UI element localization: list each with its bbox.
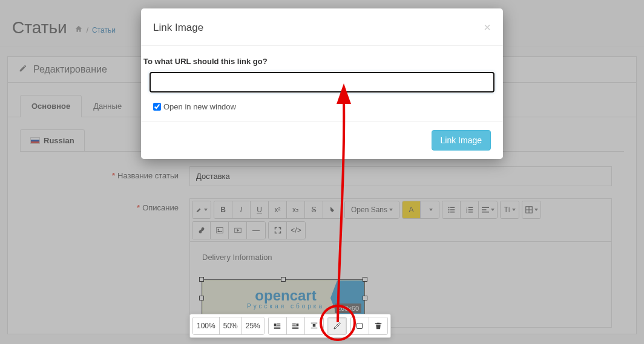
svg-point-19 (217, 229, 218, 230)
svg-point-2 (448, 209, 449, 210)
editor-toolbar: B I U x² x₂ S Open Sans A (190, 199, 611, 242)
bold-button[interactable]: B (214, 201, 232, 218)
float-right-button[interactable] (287, 317, 305, 334)
style-button[interactable] (192, 201, 211, 218)
svg-rect-29 (292, 325, 296, 326)
resize-25-button[interactable]: 25% (242, 317, 264, 334)
modal-question: To what URL should this link go? (141, 57, 503, 72)
svg-text:3: 3 (466, 211, 467, 213)
tab-main[interactable]: Основное (20, 95, 82, 117)
remove-image-button[interactable] (369, 317, 387, 334)
svg-rect-32 (311, 323, 318, 323)
svg-rect-24 (277, 325, 281, 326)
editor-content-text: Delivery Information (202, 253, 599, 262)
page-title: Статьи (12, 18, 67, 37)
svg-rect-12 (482, 207, 489, 209)
hr-button[interactable]: — (247, 222, 265, 239)
image-dimensions-badge: 268x60 (335, 303, 361, 313)
row-article-name: *Название статьи (20, 160, 624, 192)
superscript-button[interactable]: x² (269, 201, 287, 218)
link-image-submit-button[interactable]: Link Image (432, 130, 491, 151)
svg-rect-31 (292, 328, 299, 329)
svg-rect-14 (482, 212, 489, 213)
home-icon[interactable] (74, 25, 83, 35)
flag-ru-icon (30, 137, 40, 144)
link-button[interactable] (192, 222, 211, 239)
font-color-button[interactable]: A (402, 201, 421, 218)
svg-rect-26 (274, 328, 281, 329)
font-family-select[interactable]: Open Sans (345, 201, 399, 218)
row-description: *Описание B I U x² x₂ S (20, 192, 624, 334)
link-url-input[interactable] (150, 72, 494, 92)
clear-format-button[interactable] (323, 201, 341, 218)
rich-editor: B I U x² x₂ S Open Sans A (189, 198, 612, 328)
subscript-button[interactable]: x₂ (287, 201, 305, 218)
float-left-button[interactable] (269, 317, 287, 334)
breadcrumb: / Статьи (74, 25, 116, 35)
open-new-window-checkbox[interactable] (153, 103, 161, 111)
resize-handle-rc[interactable] (363, 296, 367, 300)
image-context-toolbar: 100% 50% 25% (189, 314, 391, 338)
breadcrumb-separator: / (87, 26, 88, 34)
lang-tab-russian[interactable]: Russian (20, 129, 85, 151)
svg-point-0 (448, 207, 449, 208)
unordered-list-button[interactable] (442, 201, 461, 218)
svg-rect-23 (277, 323, 281, 324)
open-new-window-label: Open in new window (163, 102, 236, 111)
align-button[interactable] (479, 201, 497, 218)
resize-handle-tl[interactable] (199, 277, 204, 282)
strikethrough-button[interactable]: S (305, 201, 323, 218)
underline-button[interactable]: U (251, 201, 269, 218)
modal-title: Link Image (153, 22, 203, 34)
codeview-button[interactable]: </> (287, 222, 305, 239)
italic-button[interactable]: I (232, 201, 251, 218)
svg-rect-7 (468, 207, 473, 209)
svg-rect-18 (216, 228, 223, 233)
svg-rect-25 (274, 327, 281, 328)
paragraph-button[interactable]: TI (501, 201, 519, 218)
svg-rect-3 (450, 209, 455, 210)
svg-rect-13 (482, 209, 487, 210)
breadcrumb-current[interactable]: Статьи (92, 26, 116, 34)
link-image-button[interactable] (328, 317, 346, 334)
article-name-input[interactable] (189, 166, 612, 186)
pencil-icon (19, 64, 27, 75)
svg-rect-34 (311, 328, 318, 328)
resize-handle-lc[interactable] (199, 296, 204, 300)
svg-rect-22 (274, 323, 277, 326)
svg-rect-35 (357, 323, 363, 329)
table-button[interactable] (522, 201, 540, 218)
image-shape-button[interactable] (351, 317, 369, 334)
svg-marker-21 (237, 229, 239, 232)
float-none-button[interactable] (305, 317, 323, 334)
svg-rect-33 (313, 324, 316, 327)
more-color-button[interactable] (421, 201, 439, 218)
ordered-list-button[interactable]: 123 (461, 201, 479, 218)
video-button[interactable] (229, 222, 247, 239)
tab-data[interactable]: Данные (82, 95, 133, 117)
svg-point-4 (448, 212, 449, 213)
svg-rect-30 (292, 327, 299, 328)
link-image-modal: Link Image × To what URL should this lin… (141, 8, 503, 159)
resize-100-button[interactable]: 100% (193, 317, 220, 334)
resize-handle-tr[interactable] (363, 277, 367, 282)
selected-image[interactable]: opencart Русская сборка 268x60 (202, 280, 364, 316)
resize-50-button[interactable]: 50% (220, 317, 242, 334)
svg-rect-28 (292, 323, 296, 324)
svg-rect-27 (297, 323, 299, 326)
svg-rect-9 (468, 209, 473, 210)
image-button[interactable] (211, 222, 229, 239)
svg-rect-5 (450, 212, 455, 213)
fullscreen-button[interactable] (269, 222, 287, 239)
svg-rect-11 (468, 212, 473, 213)
modal-close-button[interactable]: × (484, 21, 491, 34)
resize-handle-tc[interactable] (281, 277, 286, 282)
svg-rect-1 (450, 207, 455, 209)
